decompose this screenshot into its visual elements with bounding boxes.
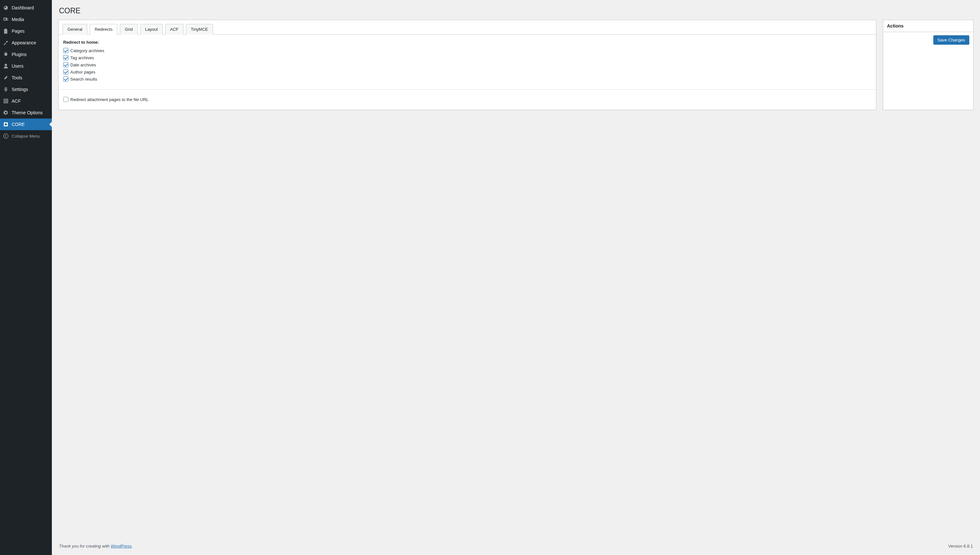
- sidebar-item-pages[interactable]: Pages: [0, 25, 52, 37]
- actions-panel: Actions Save Changes: [883, 20, 974, 110]
- checkbox-attachment-redirect[interactable]: [63, 97, 68, 102]
- main-content: CORE General Redirects Grid Layout ACF T…: [52, 0, 980, 555]
- collapse-icon: [3, 133, 9, 139]
- sidebar-item-dashboard[interactable]: Dashboard: [0, 2, 52, 14]
- media-icon: [3, 16, 9, 22]
- field-search-results: Search results: [63, 76, 871, 82]
- users-icon: [3, 63, 9, 69]
- field-attachment-redirect: Redirect attachment pages to the file UR…: [63, 97, 871, 102]
- checkbox-date-archives[interactable]: [63, 62, 68, 67]
- core-icon: [3, 121, 9, 128]
- checkbox-tag-archives[interactable]: [63, 55, 68, 60]
- collapse-menu[interactable]: Collapse Menu: [0, 130, 52, 142]
- sidebar-item-users[interactable]: Users: [0, 60, 52, 72]
- sidebar-item-theme-options[interactable]: Theme Options: [0, 107, 52, 119]
- checkbox-category-archives[interactable]: [63, 48, 68, 53]
- svg-point-1: [5, 123, 7, 125]
- sidebar-item-core[interactable]: CORE: [0, 119, 52, 130]
- sidebar-item-plugins[interactable]: Plugins: [0, 48, 52, 60]
- footer: Thank you for creating with WordPress. V…: [58, 537, 974, 555]
- field-tag-archives: Tag archives: [63, 55, 871, 60]
- sidebar-item-settings[interactable]: Settings: [0, 83, 52, 95]
- admin-sidebar: Dashboard Media Pages Appearance Plugins…: [0, 0, 52, 555]
- tab-general[interactable]: General: [63, 24, 87, 35]
- sidebar-item-label: Tools: [12, 75, 23, 80]
- sidebar-item-label: Media: [12, 17, 24, 22]
- sidebar-item-label: Settings: [12, 87, 28, 92]
- sidebar-item-label: Theme Options: [12, 110, 43, 115]
- actions-heading: Actions: [883, 20, 973, 32]
- sidebar-item-tools[interactable]: Tools: [0, 72, 52, 83]
- footer-credit: Thank you for creating with WordPress.: [59, 544, 133, 549]
- svg-point-2: [3, 134, 8, 138]
- sidebar-item-label: Pages: [12, 29, 25, 34]
- tools-icon: [3, 74, 9, 81]
- field-author-pages: Author pages: [63, 69, 871, 74]
- sidebar-item-acf[interactable]: ACF: [0, 95, 52, 107]
- label-tag-archives[interactable]: Tag archives: [70, 55, 94, 60]
- pages-icon: [3, 28, 9, 34]
- label-search-results[interactable]: Search results: [70, 77, 97, 82]
- label-category-archives[interactable]: Category archives: [70, 48, 105, 53]
- field-category-archives: Category archives: [63, 48, 871, 53]
- acf-icon: [3, 98, 9, 104]
- tab-acf[interactable]: ACF: [165, 24, 183, 35]
- sidebar-item-label: Plugins: [12, 52, 27, 57]
- checkbox-search-results[interactable]: [63, 76, 68, 82]
- sidebar-item-label: Users: [12, 63, 24, 69]
- tab-grid[interactable]: Grid: [120, 24, 138, 35]
- sidebar-item-label: CORE: [12, 122, 25, 127]
- save-button[interactable]: Save Changes: [933, 35, 969, 45]
- page-title: CORE: [59, 6, 974, 15]
- settings-icon: [3, 86, 9, 93]
- redirect-home-heading: Redirect to home:: [63, 40, 871, 45]
- tab-tinymce[interactable]: TinyMCE: [186, 24, 213, 35]
- tab-layout[interactable]: Layout: [140, 24, 163, 35]
- checkbox-author-pages[interactable]: [63, 69, 68, 74]
- redirect-home-section: Redirect to home: Category archives Tag …: [59, 35, 876, 89]
- dashboard-icon: [3, 5, 9, 11]
- sidebar-item-appearance[interactable]: Appearance: [0, 37, 52, 48]
- settings-panel: General Redirects Grid Layout ACF TinyMC…: [58, 20, 876, 110]
- gear-icon: [3, 109, 9, 116]
- sidebar-item-label: Appearance: [12, 40, 36, 45]
- redirect-attachment-section: Redirect attachment pages to the file UR…: [59, 89, 876, 110]
- label-author-pages[interactable]: Author pages: [70, 70, 95, 74]
- field-date-archives: Date archives: [63, 62, 871, 67]
- tab-bar: General Redirects Grid Layout ACF TinyMC…: [59, 20, 876, 35]
- label-attachment-redirect[interactable]: Redirect attachment pages to the file UR…: [70, 97, 148, 102]
- sidebar-item-media[interactable]: Media: [0, 14, 52, 25]
- collapse-label: Collapse Menu: [12, 134, 40, 139]
- sidebar-item-label: Dashboard: [12, 5, 34, 10]
- appearance-icon: [3, 40, 9, 46]
- version-text: Version 6.8.1: [948, 544, 973, 549]
- wordpress-link[interactable]: WordPress: [111, 544, 132, 549]
- tab-redirects[interactable]: Redirects: [90, 24, 117, 35]
- plugins-icon: [3, 51, 9, 58]
- label-date-archives[interactable]: Date archives: [70, 63, 96, 67]
- sidebar-item-label: ACF: [12, 98, 21, 104]
